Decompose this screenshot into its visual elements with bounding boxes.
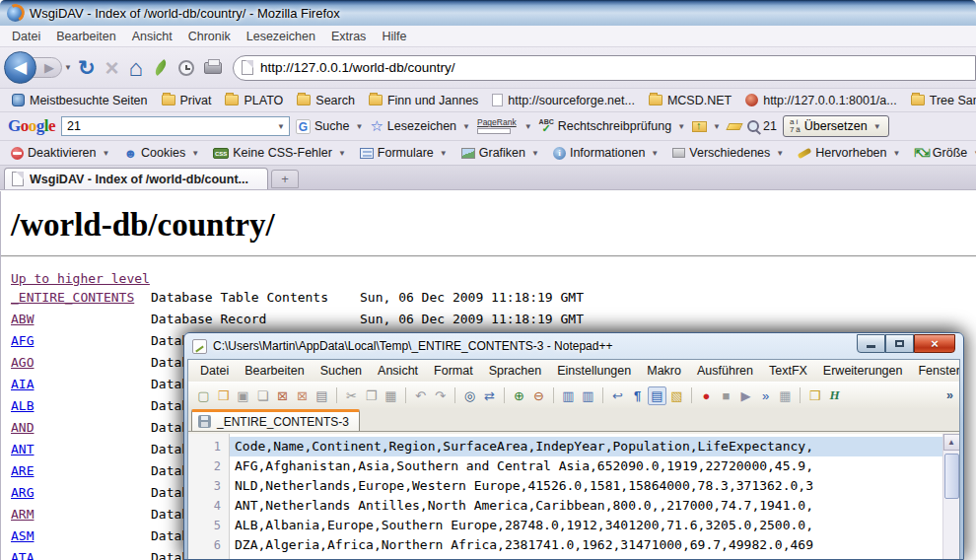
new-file-icon[interactable]: ▢	[194, 386, 213, 405]
country-link-are[interactable]: ARE	[11, 463, 151, 478]
chevron-down-icon[interactable]: ▼	[651, 149, 659, 158]
leaf-extension-icon[interactable]	[152, 59, 170, 76]
bookmark-localhost-8001[interactable]: http://127.0.0.1:8001/a...	[739, 92, 903, 109]
menu-chronik[interactable]: Chronik	[180, 28, 239, 45]
devbar-hervorheben[interactable]: Hervorheben▼	[793, 144, 906, 162]
devbar-verschiedenes[interactable]: Verschiedenes▼	[667, 144, 790, 162]
devbar-groesse[interactable]: ⇱⇲Größe▼	[909, 144, 976, 162]
pagerank-widget[interactable]: PageRank	[477, 118, 517, 134]
save-all-icon[interactable]: ❏	[253, 386, 272, 405]
bookmark-most-visited[interactable]: Meistbesuchte Seiten	[6, 92, 154, 109]
npp-menu-textfx[interactable]: TextFX	[761, 362, 815, 380]
chevron-down-icon[interactable]: ▼	[531, 149, 539, 158]
zoom-out-icon[interactable]: ⊖	[529, 386, 548, 405]
maximize-button[interactable]	[885, 334, 914, 353]
bookmark-finn-und-jannes[interactable]: Finn und Jannes	[363, 92, 484, 109]
open-file-icon[interactable]: ❒	[214, 386, 233, 405]
devbar-deaktivieren[interactable]: Deaktivieren▼	[6, 144, 115, 162]
bookmark-tree-samples[interactable]: Tree Samples	[905, 92, 976, 109]
sync-horizontal-icon[interactable]: ▥	[579, 386, 597, 405]
country-link-arm[interactable]: ARM	[11, 507, 151, 522]
npp-menu-erweiterungen[interactable]: Erweiterungen	[815, 362, 911, 380]
find-icon[interactable]: ◎	[460, 386, 479, 405]
history-dropdown-icon[interactable]: ▼	[64, 63, 72, 72]
close-all-icon[interactable]: ⊠	[293, 386, 312, 405]
macro-run-multiple-icon[interactable]: »	[756, 386, 775, 405]
new-tab-button[interactable]: +	[271, 170, 299, 188]
chevron-down-icon[interactable]: ▼	[338, 149, 346, 158]
npp-menu-ansicht[interactable]: Ansicht	[370, 362, 426, 380]
menu-lesezeichen[interactable]: Lesezeichen	[239, 28, 323, 45]
chevron-down-icon[interactable]: ▼	[524, 122, 532, 131]
menu-extras[interactable]: Extras	[323, 28, 374, 45]
editor-line[interactable]: ANT,Netherlands Antilles,North America,C…	[230, 496, 942, 516]
country-link-arg[interactable]: ARG	[11, 485, 151, 500]
back-button[interactable]: ◀	[4, 51, 36, 84]
notepad-titlebar[interactable]: C:\Users\Martin\AppData\Local\Temp\_ENTI…	[184, 333, 963, 359]
devbar-css[interactable]: CSSKeine CSS-Fehler▼	[208, 144, 352, 162]
macro-save-icon[interactable]: ▦	[776, 386, 795, 405]
country-link-and[interactable]: AND	[11, 420, 151, 435]
editor-line[interactable]: DZA,Algeria,Africa,Northern Africa,23817…	[230, 535, 942, 555]
replace-icon[interactable]: ⇄	[480, 386, 499, 405]
editor-line[interactable]: ALB,Albania,Europe,Southern Europe,28748…	[230, 516, 942, 535]
spellcheck-button[interactable]: ABC✓ Rechtschreibprüfung ▼	[539, 118, 686, 134]
google-search-input[interactable]	[62, 119, 275, 133]
chevron-down-icon[interactable]: ▼	[191, 149, 199, 158]
devbar-informationen[interactable]: iInformationen▼	[548, 144, 664, 162]
chevron-down-icon[interactable]: ▼	[440, 149, 448, 158]
paste-icon[interactable]: ▦	[382, 386, 400, 405]
doc-switcher-icon[interactable]: ❒	[805, 386, 824, 405]
chevron-down-icon[interactable]: ▼	[776, 149, 784, 158]
npp-menu-einstellungen[interactable]: Einstellungen	[549, 362, 639, 380]
undo-icon[interactable]: ↶	[411, 386, 430, 405]
url-bar[interactable]: http://127.0.0.1/world-db/country/	[233, 55, 976, 81]
chevron-down-icon[interactable]: ▼	[462, 122, 470, 131]
npp-menu-fenster[interactable]: Fenster	[910, 362, 960, 380]
editor-line[interactable]: NLD,Netherlands,Europe,Western Europe,41…	[230, 476, 942, 496]
print-button[interactable]	[204, 62, 222, 74]
translate-button[interactable]: aí7ä Übersetzen ▼	[783, 115, 889, 137]
country-link-afg[interactable]: AFG	[11, 333, 151, 348]
bookmark-sourceforge[interactable]: http://sourceforge.net...	[486, 92, 641, 109]
menu-bearbeiten[interactable]: Bearbeiten	[48, 28, 123, 45]
scrollbar-thumb[interactable]	[944, 454, 959, 499]
sync-vertical-icon[interactable]: ▥	[559, 386, 578, 405]
chevron-down-icon[interactable]: ▼	[355, 122, 363, 131]
country-link-asm[interactable]: ASM	[11, 528, 151, 543]
word-wrap-icon[interactable]: ↩	[608, 386, 627, 405]
devbar-grafiken[interactable]: Grafiken▼	[456, 144, 545, 162]
text-area[interactable]: Code,Name,Continent,Region,SurfaceArea,I…	[230, 434, 942, 559]
search-history-dropdown-icon[interactable]: ▼	[277, 122, 285, 131]
url-text[interactable]: http://127.0.0.1/world-db/country/	[260, 60, 454, 75]
editor-line-selected[interactable]: Code,Name,Continent,Region,SurfaceArea,I…	[230, 437, 942, 456]
menu-ansicht[interactable]: Ansicht	[124, 28, 180, 45]
send-to-button[interactable]: ▼	[692, 121, 722, 132]
bookmark-mcsd[interactable]: MCSD.NET	[643, 92, 737, 109]
reload-button[interactable]: ↻	[78, 56, 96, 80]
menu-datei[interactable]: Datei	[4, 28, 48, 45]
bookmark-privat[interactable]: Privat	[156, 92, 218, 109]
firefox-titlebar[interactable]: WsgiDAV - Index of /world-db/country/ - …	[0, 0, 976, 26]
show-symbols-icon[interactable]: ¶	[628, 386, 647, 405]
npp-menu-datei[interactable]: Datei	[192, 362, 237, 380]
toolbar-overflow-chevron-icon[interactable]: »	[946, 388, 953, 402]
entire-contents-link[interactable]: _ENTIRE_CONTENTS	[11, 290, 151, 305]
google-search-box[interactable]: ▼	[61, 116, 290, 136]
history-clock-icon[interactable]	[178, 60, 194, 76]
indent-guide-icon[interactable]: ▤	[648, 386, 666, 405]
editor-line[interactable]: AFG,Afghanistan,Asia,Southern and Centra…	[230, 456, 942, 476]
stop-button[interactable]: ×	[105, 54, 119, 82]
minimize-button[interactable]	[857, 334, 885, 353]
devbar-cookies[interactable]: ☻Cookies▼	[118, 144, 205, 163]
find-counter[interactable]: 21	[747, 119, 777, 133]
vertical-scrollbar[interactable]: ▲	[942, 434, 959, 559]
npp-menu-format[interactable]: Format	[426, 362, 481, 380]
redo-icon[interactable]: ↷	[431, 386, 450, 405]
html-preview-icon[interactable]: H	[825, 386, 844, 405]
chevron-down-icon[interactable]: ▼	[677, 122, 685, 131]
save-icon[interactable]: ▣	[234, 386, 252, 405]
highlight-button[interactable]	[728, 123, 741, 130]
tab-wsgidav[interactable]: WsgiDAV - Index of /world-db/count...	[4, 168, 268, 189]
country-link-ago[interactable]: AGO	[11, 355, 151, 370]
